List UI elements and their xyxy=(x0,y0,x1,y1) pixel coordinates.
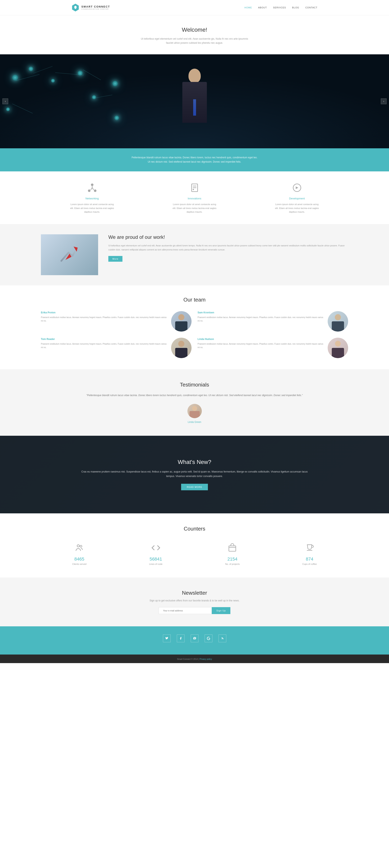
service-innovations-desc: Lorem ipsum dolor sit amet conisecte aci… xyxy=(172,203,217,214)
proud-img-content xyxy=(41,234,98,275)
team-avatar-3 xyxy=(328,338,348,358)
member-desc-3: Praesent vestibulum molise lacus. Aenean… xyxy=(198,342,324,349)
service-development: Development Lorem ipsum dolor sit amet c… xyxy=(274,182,320,214)
proud-desc: Ut tellortbus eget elementum vel curlef … xyxy=(108,244,348,252)
whats-new-section: What's New? Cras eu maeeene pruttem raes… xyxy=(0,436,389,514)
member-name-0: Erika Proton xyxy=(41,311,167,314)
newsletter-form: Sign Up xyxy=(61,607,328,614)
proud-image xyxy=(41,234,98,275)
orb-3 xyxy=(51,79,55,83)
person-body xyxy=(182,82,207,123)
read-more-button[interactable]: READ MORE xyxy=(181,484,208,490)
newsletter-desc: Sign up to get exclusive offers from our… xyxy=(61,599,328,602)
newsletter-heading: Newsletter xyxy=(61,590,328,596)
google-plus-icon[interactable] xyxy=(205,634,212,642)
member-desc-0: Praesent vestibulum molise lacus. Aenean… xyxy=(41,316,167,322)
footer-copyright: Smart Connect © 2014 | Privacy policy xyxy=(177,658,212,660)
proud-svg xyxy=(57,243,82,267)
person-tie xyxy=(193,99,196,116)
welcome-text: Ut tellortbus eget elementum vel curlef … xyxy=(82,37,307,45)
nav-home[interactable]: HOME xyxy=(244,6,252,9)
proud-text: We are proud of our work! Ut tellortbus … xyxy=(108,234,348,262)
person-head xyxy=(188,69,201,83)
team-avatar-0 xyxy=(171,311,191,332)
team-member-3: Linda Hudson Praesent vestibulum molise … xyxy=(198,338,348,358)
counter-projects-number: 2154 xyxy=(225,556,240,562)
svg-point-2 xyxy=(94,189,96,192)
team-info-0: Erika Proton Praesent vestibulum molise … xyxy=(41,311,167,322)
counter-clients: 8465 Clients served xyxy=(72,542,87,565)
counters-section: Counters 8465 Clients served 56841 Lines… xyxy=(0,514,389,578)
team-info-1: Sam Krontsen Praesent vestibulum molise … xyxy=(198,311,324,322)
navbar: SMART CONNECT COMMUNICATION CENTER HOME … xyxy=(0,0,389,15)
service-innovations: Innovations Lorem ipsum dolor sit amet c… xyxy=(172,182,217,214)
service-networking-title: Networking xyxy=(70,197,115,200)
logo-title: SMART CONNECT xyxy=(81,5,110,8)
orb-1 xyxy=(12,75,18,81)
privacy-link[interactable]: Privacy policy xyxy=(200,658,212,660)
development-icon xyxy=(291,182,303,194)
logo-svg xyxy=(73,5,78,10)
nav-services[interactable]: SERVICES xyxy=(273,6,286,9)
slider-prev[interactable]: ‹ xyxy=(2,98,8,104)
nav-links: HOME ABOUT SERVICES BLOG CONTACT xyxy=(244,6,318,9)
team-avatar-1 xyxy=(328,311,348,332)
proud-heading: We are proud of our work! xyxy=(108,234,348,240)
hero-person xyxy=(170,67,219,148)
networking-icon xyxy=(86,182,98,194)
testimonial-name: Linda Green xyxy=(61,421,328,424)
orb-7 xyxy=(6,107,10,111)
counter-coffee-number: 874 xyxy=(302,556,317,562)
counter-coffee-label: Cups of coffee xyxy=(302,563,317,565)
team-info-3: Linda Hudson Praesent vestibulum molise … xyxy=(198,338,324,349)
whats-new-content: What's New? Cras eu maeeene pruttem raes… xyxy=(0,446,389,503)
counter-code-number: 56841 xyxy=(149,556,162,562)
service-networking-desc: Lorem ipsum dolor sit amet conisecte aci… xyxy=(70,203,115,214)
slider-next[interactable]: › xyxy=(381,98,387,104)
svg-point-13 xyxy=(221,639,221,640)
member-desc-2: Praesent vestibulum molise lacus. Aenean… xyxy=(41,342,167,349)
projects-icon xyxy=(227,542,238,553)
team-member-0: Erika Proton Praesent vestibulum molise … xyxy=(41,311,191,332)
svg-point-0 xyxy=(91,183,93,186)
logo-subtitle: COMMUNICATION CENTER xyxy=(81,8,110,10)
coffee-icon xyxy=(304,542,315,553)
newsletter-email-input[interactable] xyxy=(159,607,212,614)
more-button[interactable]: More xyxy=(108,256,122,262)
team-avatar-2 xyxy=(171,338,191,358)
testimonials-section: Testimonials "Pellentesque blandit rutru… xyxy=(0,369,389,436)
rss-icon[interactable] xyxy=(218,634,226,642)
logo-icon xyxy=(71,4,79,11)
hero-slider: ‹ › xyxy=(0,54,389,148)
proud-section: We are proud of our work! Ut tellortbus … xyxy=(0,224,389,285)
whats-new-text: Cras eu maeeene pruttem raesimus nisi. S… xyxy=(78,469,311,479)
orb-2 xyxy=(29,67,33,71)
logo: SMART CONNECT COMMUNICATION CENTER xyxy=(71,4,110,11)
team-grid: Erika Proton Praesent vestibulum molise … xyxy=(41,311,348,358)
testimonials-heading: Testimonials xyxy=(61,381,328,388)
nav-blog[interactable]: BLOG xyxy=(292,6,299,9)
counter-projects: 2154 No. of projects xyxy=(225,542,240,565)
whats-new-heading: What's New? xyxy=(78,459,311,465)
counter-clients-number: 8465 xyxy=(72,556,87,562)
svg-point-1 xyxy=(88,189,91,192)
teal-banner: Pellentesque blandit rutrum lacus vitae … xyxy=(0,148,389,172)
facebook-icon[interactable] xyxy=(177,634,185,642)
service-innovations-title: Innovations xyxy=(172,197,217,200)
team-info-2: Tom Reader Praesent vestibulum molise la… xyxy=(41,338,167,349)
counter-code-label: Lines of code xyxy=(149,563,162,565)
welcome-title: Welcome! xyxy=(82,27,307,33)
testimonial-avatar xyxy=(187,404,202,418)
footer-social xyxy=(41,634,348,642)
nav-contact[interactable]: CONTACT xyxy=(305,6,318,9)
team-heading: Our team xyxy=(41,297,348,303)
pinterest-icon[interactable] xyxy=(191,634,199,642)
team-member-1: Sam Krontsen Praesent vestibulum molise … xyxy=(198,311,348,332)
testimonial-quote: "Pellentesque blandit rutrum lacus vitae… xyxy=(61,393,328,398)
orb-8 xyxy=(115,116,119,120)
clients-icon xyxy=(74,542,85,553)
twitter-icon[interactable] xyxy=(163,634,171,642)
nav-about[interactable]: ABOUT xyxy=(258,6,267,9)
newsletter-signup-button[interactable]: Sign Up xyxy=(212,607,230,614)
svg-point-6 xyxy=(192,189,194,190)
